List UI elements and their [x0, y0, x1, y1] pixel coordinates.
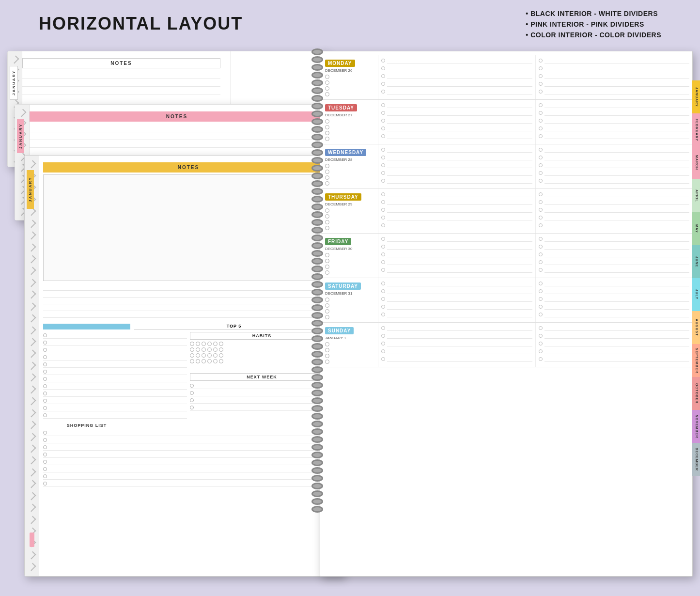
small-check-icon[interactable]	[539, 313, 543, 316]
small-check-icon[interactable]	[539, 237, 543, 241]
small-check-icon[interactable]	[539, 349, 543, 353]
small-check-icon[interactable]	[381, 103, 385, 107]
check-circle-icon[interactable]	[325, 131, 329, 135]
check-circle-icon[interactable]	[325, 220, 329, 224]
small-check-icon[interactable]	[381, 223, 385, 227]
small-check-icon[interactable]	[539, 163, 543, 167]
small-check-icon[interactable]	[539, 59, 543, 63]
month-tab-november[interactable]: NOVEMBER	[692, 410, 700, 443]
small-check-icon[interactable]	[381, 126, 385, 130]
month-tab-july[interactable]: JULY	[692, 278, 700, 311]
month-tab-february[interactable]: FEBRUARY	[692, 113, 700, 146]
check-circle-icon[interactable]	[325, 270, 329, 275]
check-circle-icon[interactable]	[325, 137, 329, 141]
nb3-notes-area[interactable]	[43, 174, 334, 281]
check-circle-icon[interactable]	[325, 92, 329, 96]
check-circle-icon[interactable]	[325, 80, 329, 85]
small-check-icon[interactable]	[381, 148, 385, 152]
small-check-icon[interactable]	[381, 179, 385, 183]
small-check-icon[interactable]	[381, 119, 385, 123]
small-check-icon[interactable]	[539, 282, 543, 285]
small-check-icon[interactable]	[539, 326, 543, 330]
small-check-icon[interactable]	[539, 208, 543, 212]
month-tab-may[interactable]: MAY	[692, 212, 700, 245]
small-check-icon[interactable]	[539, 334, 543, 338]
small-check-icon[interactable]	[381, 326, 385, 330]
small-check-icon[interactable]	[539, 268, 543, 272]
small-check-icon[interactable]	[539, 297, 543, 301]
small-check-icon[interactable]	[539, 126, 543, 130]
month-tab-january[interactable]: JANUARY	[692, 80, 700, 113]
check-circle-icon[interactable]	[325, 315, 329, 319]
small-check-icon[interactable]	[381, 66, 385, 70]
check-circle-icon[interactable]	[325, 265, 329, 269]
small-check-icon[interactable]	[381, 59, 385, 63]
small-check-icon[interactable]	[539, 252, 543, 256]
small-check-icon[interactable]	[381, 252, 385, 256]
small-check-icon[interactable]	[381, 200, 385, 204]
small-check-icon[interactable]	[539, 289, 543, 293]
month-tab-october[interactable]: OCTOBER	[692, 377, 700, 410]
small-check-icon[interactable]	[381, 111, 385, 115]
small-check-icon[interactable]	[539, 82, 543, 86]
check-circle-icon[interactable]	[325, 342, 329, 346]
small-check-icon[interactable]	[381, 349, 385, 353]
small-check-icon[interactable]	[381, 90, 385, 94]
small-check-icon[interactable]	[539, 223, 543, 227]
small-check-icon[interactable]	[381, 342, 385, 345]
check-circle-icon[interactable]	[325, 360, 329, 364]
small-check-icon[interactable]	[381, 134, 385, 138]
small-check-icon[interactable]	[539, 200, 543, 204]
check-circle-icon[interactable]	[325, 164, 329, 168]
check-circle-icon[interactable]	[325, 119, 329, 124]
check-circle-icon[interactable]	[325, 259, 329, 263]
small-check-icon[interactable]	[539, 90, 543, 94]
small-check-icon[interactable]	[539, 74, 543, 78]
small-check-icon[interactable]	[539, 171, 543, 175]
small-check-icon[interactable]	[539, 111, 543, 115]
small-check-icon[interactable]	[381, 208, 385, 212]
small-check-icon[interactable]	[381, 313, 385, 316]
small-check-icon[interactable]	[539, 357, 543, 361]
small-check-icon[interactable]	[381, 334, 385, 338]
small-check-icon[interactable]	[381, 289, 385, 293]
check-circle-icon[interactable]	[325, 253, 329, 257]
check-circle-icon[interactable]	[325, 214, 329, 219]
check-circle-icon[interactable]	[325, 86, 329, 91]
check-circle-icon[interactable]	[325, 348, 329, 352]
small-check-icon[interactable]	[381, 297, 385, 301]
small-check-icon[interactable]	[381, 82, 385, 86]
small-check-icon[interactable]	[539, 192, 543, 196]
check-circle-icon[interactable]	[325, 303, 329, 308]
check-circle-icon[interactable]	[325, 181, 329, 186]
small-check-icon[interactable]	[381, 74, 385, 78]
small-check-icon[interactable]	[539, 148, 543, 152]
month-tab-december[interactable]: DECEMBER	[692, 443, 700, 476]
small-check-icon[interactable]	[381, 357, 385, 361]
month-tab-june[interactable]: JUNE	[692, 245, 700, 278]
small-check-icon[interactable]	[381, 305, 385, 309]
check-circle-icon[interactable]	[325, 309, 329, 314]
small-check-icon[interactable]	[381, 260, 385, 264]
small-check-icon[interactable]	[381, 156, 385, 159]
small-check-icon[interactable]	[539, 342, 543, 345]
small-check-icon[interactable]	[381, 171, 385, 175]
check-circle-icon[interactable]	[325, 354, 329, 358]
check-circle-icon[interactable]	[325, 175, 329, 180]
small-check-icon[interactable]	[539, 156, 543, 159]
small-check-icon[interactable]	[539, 245, 543, 249]
small-check-icon[interactable]	[381, 192, 385, 196]
small-check-icon[interactable]	[539, 260, 543, 264]
small-check-icon[interactable]	[381, 237, 385, 241]
month-tab-september[interactable]: SEPTEMBER	[692, 344, 700, 377]
check-circle-icon[interactable]	[325, 75, 329, 79]
small-check-icon[interactable]	[381, 282, 385, 285]
small-check-icon[interactable]	[539, 305, 543, 309]
small-check-icon[interactable]	[539, 216, 543, 220]
check-circle-icon[interactable]	[325, 170, 329, 174]
small-check-icon[interactable]	[381, 245, 385, 249]
small-check-icon[interactable]	[539, 103, 543, 107]
small-check-icon[interactable]	[539, 119, 543, 123]
check-circle-icon[interactable]	[325, 298, 329, 302]
small-check-icon[interactable]	[539, 134, 543, 138]
